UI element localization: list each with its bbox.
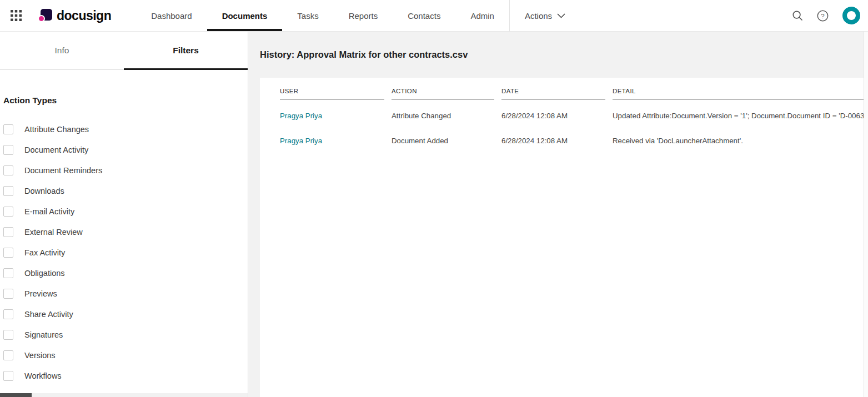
primary-nav: Dashboard Documents Tasks Reports Contac… <box>151 0 565 31</box>
action-type-label: Versions <box>24 351 56 360</box>
tab-info[interactable]: Info <box>0 32 124 69</box>
action-type-checkbox[interactable] <box>3 289 13 299</box>
tab-label: Filters <box>173 46 199 56</box>
action-type-checkbox[interactable] <box>3 330 13 340</box>
sidebar-horizontal-scrollbar-thumb[interactable] <box>0 393 32 397</box>
page-title: History: Approval Matrix for other contr… <box>260 49 468 60</box>
action-type-label: Signatures <box>24 330 63 339</box>
search-button[interactable] <box>792 10 803 21</box>
main-title-bar: History: Approval Matrix for other contr… <box>260 32 868 78</box>
header-right-controls: ? <box>792 7 868 24</box>
action-type-checkbox[interactable] <box>3 186 13 196</box>
action-type-checkbox[interactable] <box>3 145 13 155</box>
nav-label: Tasks <box>297 11 318 21</box>
main-vertical-scrollbar-track <box>864 32 868 397</box>
nav-item-reports[interactable]: Reports <box>349 0 378 31</box>
history-row-date: 6/28/2024 12:08 AM <box>501 128 605 153</box>
action-type-row[interactable]: Versions <box>3 345 243 365</box>
action-type-label: Document Activity <box>24 145 88 154</box>
nav-label: Actions <box>525 11 552 21</box>
content-area: Info Filters Action Types Attribute Chan… <box>0 32 868 397</box>
history-row-detail: Updated Attribute:Document.Version = '1'… <box>613 103 868 128</box>
nav-item-admin[interactable]: Admin <box>470 0 494 31</box>
action-types-heading: Action Types <box>3 96 243 105</box>
sidebar-tabs: Info Filters <box>0 32 248 70</box>
nav-label: Admin <box>470 11 494 21</box>
history-row-action: Document Added <box>392 128 494 153</box>
action-type-label: Attribute Changes <box>24 125 89 134</box>
svg-text:?: ? <box>821 12 824 19</box>
action-type-label: Fax Activity <box>24 248 65 257</box>
waffle-grid-icon <box>9 9 23 22</box>
action-type-label: Obligations <box>24 269 65 278</box>
action-type-checkbox[interactable] <box>3 124 13 134</box>
nav-item-tasks[interactable]: Tasks <box>297 0 318 31</box>
chevron-down-icon <box>557 13 565 18</box>
history-table-card: USER ACTION DATE DETAIL Pragya Priya Att… <box>260 78 868 397</box>
user-avatar[interactable] <box>842 7 860 24</box>
action-type-checkbox[interactable] <box>3 350 13 360</box>
action-type-label: Share Activity <box>24 310 73 319</box>
sidebar: Info Filters Action Types Attribute Chan… <box>0 32 248 397</box>
main-panel: History: Approval Matrix for other contr… <box>248 32 868 397</box>
column-header-action: ACTION <box>392 88 494 100</box>
action-type-checkbox[interactable] <box>3 227 13 237</box>
docusign-wordmark: docusign <box>57 8 111 23</box>
nav-item-actions[interactable]: Actions <box>525 0 565 31</box>
action-type-checkbox[interactable] <box>3 248 13 258</box>
history-table-body: Pragya Priya Attribute Changed 6/28/2024… <box>280 103 868 153</box>
action-type-row[interactable]: Document Activity <box>3 139 243 160</box>
action-type-row[interactable]: Previews <box>3 283 243 304</box>
action-type-row[interactable]: Fax Activity <box>3 242 243 263</box>
docusign-logo[interactable]: docusign <box>38 8 111 23</box>
nav-item-documents[interactable]: Documents <box>222 0 268 31</box>
history-row-date: 6/28/2024 12:08 AM <box>501 103 605 128</box>
tab-label: Info <box>55 46 69 56</box>
sidebar-horizontal-scrollbar-track <box>0 393 248 397</box>
nav-label: Dashboard <box>151 11 192 21</box>
action-type-label: Previews <box>24 289 57 298</box>
action-type-label: Document Reminders <box>24 166 102 175</box>
filters-panel: Action Types Attribute Changes Document … <box>0 70 248 386</box>
history-row-detail: Received via 'DocLauncherAttachment'. <box>613 128 868 153</box>
action-type-checkbox[interactable] <box>3 165 13 175</box>
action-type-checkbox[interactable] <box>3 371 13 381</box>
tab-filters[interactable]: Filters <box>124 32 248 69</box>
action-type-checkbox[interactable] <box>3 207 13 217</box>
action-type-label: Workflows <box>24 371 62 380</box>
help-icon: ? <box>817 10 829 22</box>
action-type-row[interactable]: E-mail Activity <box>3 201 243 222</box>
column-header-user: USER <box>280 88 384 100</box>
app-switcher-waffle-icon[interactable] <box>9 8 23 23</box>
action-type-row[interactable]: Obligations <box>3 263 243 283</box>
history-row-user-link[interactable]: Pragya Priya <box>280 103 384 128</box>
action-type-label: E-mail Activity <box>24 207 74 216</box>
action-type-checkbox[interactable] <box>3 309 13 319</box>
action-type-row[interactable]: External Review <box>3 222 243 242</box>
action-type-row[interactable]: Attribute Changes <box>3 119 243 139</box>
history-table-header: USER ACTION DATE DETAIL <box>280 88 868 100</box>
nav-label: Reports <box>349 11 378 21</box>
help-button[interactable]: ? <box>817 10 829 22</box>
nav-divider <box>509 0 510 32</box>
action-type-label: External Review <box>24 228 83 237</box>
action-type-row[interactable]: Share Activity <box>3 304 243 324</box>
nav-label: Contacts <box>408 11 440 21</box>
nav-label: Documents <box>222 11 268 21</box>
top-header: docusign Dashboard Documents Tasks Repor… <box>0 0 868 32</box>
nav-item-contacts[interactable]: Contacts <box>408 0 440 31</box>
action-type-row[interactable]: Signatures <box>3 324 243 345</box>
action-type-checkbox[interactable] <box>3 268 13 278</box>
search-icon <box>792 10 803 21</box>
action-type-row[interactable]: Workflows <box>3 365 243 386</box>
action-type-label: Downloads <box>24 187 64 195</box>
column-header-detail: DETAIL <box>613 88 868 100</box>
action-type-row[interactable]: Downloads <box>3 180 243 201</box>
action-type-list: Attribute Changes Document Activity Docu… <box>3 119 243 386</box>
history-row-user-link[interactable]: Pragya Priya <box>280 128 384 153</box>
action-type-row[interactable]: Document Reminders <box>3 160 243 180</box>
column-header-date: DATE <box>501 88 605 100</box>
history-row-action: Attribute Changed <box>392 103 494 128</box>
nav-item-dashboard[interactable]: Dashboard <box>151 0 192 31</box>
docusign-logo-icon <box>38 8 52 23</box>
